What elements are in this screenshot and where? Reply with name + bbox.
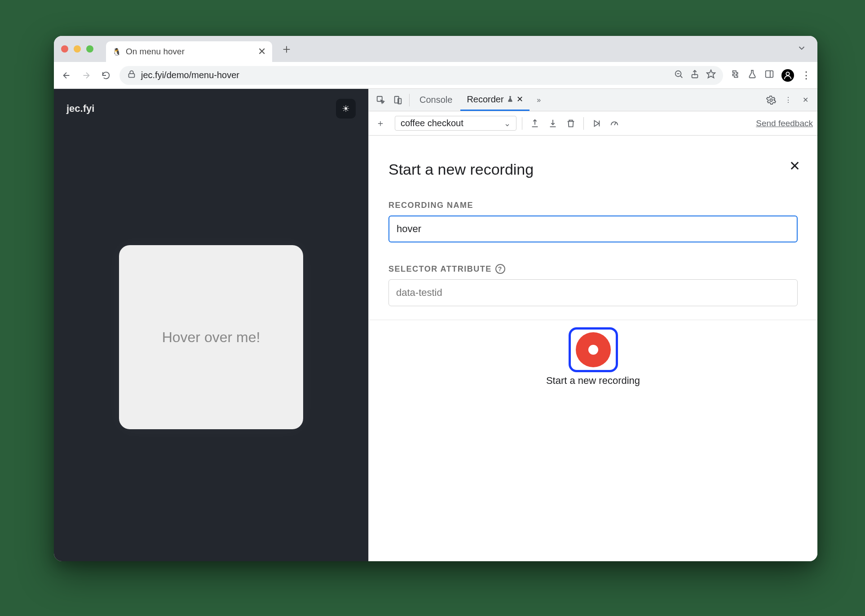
sun-icon: ☀ — [342, 103, 350, 114]
tab-strip: 🐧 On menu hover ✕ ＋ — [54, 36, 817, 62]
tab-close-button[interactable]: ✕ — [516, 94, 523, 104]
address-url: jec.fyi/demo/menu-hover — [141, 70, 239, 80]
recorder-toolbar: ＋ coffee checkout ⌄ Send feedback — [369, 111, 817, 136]
svg-rect-8 — [766, 70, 773, 77]
recorder-form: Start a new recording ✕ RECORDING NAME S… — [369, 136, 817, 320]
svg-point-14 — [770, 99, 772, 101]
window-maximize-button[interactable] — [86, 45, 93, 53]
recording-name-label: RECORDING NAME — [388, 201, 798, 210]
replay-button[interactable] — [589, 116, 604, 131]
theme-toggle-button[interactable]: ☀ — [336, 99, 356, 119]
window-controls — [61, 45, 93, 53]
start-recording-label: Start a new recording — [546, 375, 640, 387]
recording-name-input[interactable] — [388, 216, 798, 242]
window-minimize-button[interactable] — [74, 45, 81, 53]
tab-recorder-label: Recorder — [467, 94, 503, 105]
selector-attribute-input[interactable] — [388, 279, 798, 306]
tab-close-button[interactable]: ✕ — [258, 46, 266, 57]
help-icon[interactable]: ? — [495, 264, 505, 274]
address-bar-row: jec.fyi/demo/menu-hover ⋮ — [54, 62, 817, 89]
browser-menu-button[interactable]: ⋮ — [801, 70, 811, 81]
tab-console-label: Console — [419, 95, 452, 105]
tab-title: On menu hover — [126, 47, 185, 57]
nav-reload-button[interactable] — [100, 69, 112, 82]
window-close-button[interactable] — [61, 45, 68, 53]
form-heading: Start a new recording — [388, 161, 798, 178]
svg-marker-17 — [594, 120, 599, 126]
tab-favicon-icon: 🐧 — [112, 48, 121, 56]
star-icon[interactable] — [706, 69, 716, 81]
lock-icon — [127, 69, 137, 81]
export-button[interactable] — [528, 116, 542, 131]
recorder-footer: Start a new recording — [369, 320, 817, 398]
tab-console[interactable]: Console — [413, 89, 459, 111]
devtools-close-button[interactable]: ✕ — [798, 92, 813, 108]
browser-toolbar-icons: ⋮ — [730, 69, 811, 82]
selector-attribute-text: SELECTOR ATTRIBUTE — [388, 264, 492, 274]
devtools-tabstrip: Console Recorder ✕ » ⋮ ✕ — [369, 89, 817, 111]
add-recording-button[interactable]: ＋ — [373, 116, 388, 131]
zoom-out-icon[interactable] — [674, 69, 684, 81]
devtools-panel: Console Recorder ✕ » ⋮ ✕ ＋ coffee checko… — [368, 89, 817, 561]
hover-card-text: Hover over me! — [162, 329, 260, 346]
chevron-down-icon — [797, 43, 807, 53]
arrow-left-icon — [62, 70, 71, 80]
profile-avatar[interactable] — [781, 69, 794, 82]
extensions-icon[interactable] — [730, 69, 740, 82]
arrow-right-icon — [81, 70, 91, 80]
side-panel-icon[interactable] — [764, 69, 774, 82]
share-icon[interactable] — [690, 69, 700, 81]
reload-icon — [101, 70, 111, 80]
chevron-down-icon: ⌄ — [504, 119, 511, 128]
svg-rect-2 — [129, 74, 135, 77]
hover-card[interactable]: Hover over me! — [119, 245, 303, 429]
site-name: jec.fyi — [66, 103, 94, 114]
address-bar[interactable]: jec.fyi/demo/menu-hover — [119, 66, 723, 85]
form-close-button[interactable]: ✕ — [789, 158, 800, 174]
tabs-dropdown-button[interactable] — [797, 43, 807, 55]
page-header: jec.fyi ☀ — [54, 89, 368, 128]
nav-forward-button[interactable] — [80, 69, 93, 82]
tab-recorder[interactable]: Recorder ✕ — [460, 89, 529, 111]
devtools-menu-button[interactable]: ⋮ — [781, 92, 796, 108]
send-feedback-link[interactable]: Send feedback — [756, 119, 813, 128]
flask-icon — [507, 94, 514, 105]
inspect-element-button[interactable] — [373, 92, 388, 108]
page-content: jec.fyi ☀ Hover over me! — [54, 89, 368, 561]
svg-point-10 — [786, 72, 789, 75]
nav-back-button[interactable] — [60, 69, 73, 82]
new-tab-button[interactable]: ＋ — [280, 40, 293, 57]
start-recording-button[interactable] — [569, 327, 618, 372]
svg-marker-7 — [707, 70, 715, 78]
import-button[interactable] — [546, 116, 560, 131]
record-icon — [576, 332, 611, 367]
device-toolbar-button[interactable] — [390, 92, 406, 108]
omnibox-actions — [674, 69, 716, 81]
recording-select[interactable]: coffee checkout ⌄ — [395, 116, 516, 131]
labs-icon[interactable] — [747, 69, 757, 82]
browser-tab[interactable]: 🐧 On menu hover ✕ — [106, 41, 272, 62]
more-tabs-button[interactable]: » — [531, 92, 547, 108]
browser-window: 🐧 On menu hover ✕ ＋ jec.fyi/demo/menu-ho… — [54, 36, 817, 561]
svg-line-5 — [680, 76, 683, 78]
content-row: jec.fyi ☀ Hover over me! Console Recorde… — [54, 89, 817, 561]
selector-attribute-label: SELECTOR ATTRIBUTE ? — [388, 264, 798, 274]
devtools-settings-button[interactable] — [763, 92, 779, 108]
recording-select-label: coffee checkout — [401, 118, 463, 128]
svg-line-19 — [614, 122, 616, 125]
performance-button[interactable] — [607, 116, 622, 131]
delete-button[interactable] — [564, 116, 578, 131]
